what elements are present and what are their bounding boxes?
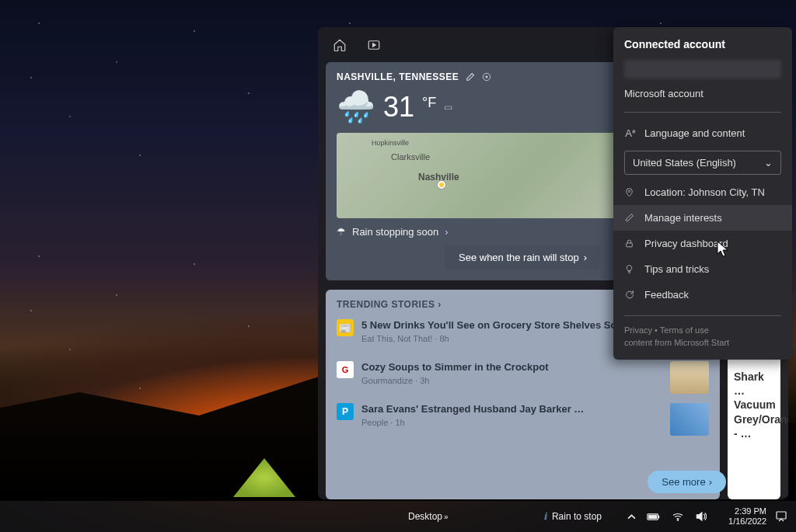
map-city-label: Clarksville — [391, 152, 430, 162]
story-item[interactable]: P Sara Evans' Estranged Husband Jay Bark… — [337, 403, 709, 436]
terms-link[interactable]: Terms of use — [660, 325, 709, 335]
svg-rect-7 — [649, 515, 657, 518]
weather-location: NASHVILLE, TENNESSEE — [337, 71, 459, 82]
story-item[interactable]: G Cozy Soups to Simmer in the Crockpot G… — [337, 361, 709, 394]
chevron-right-icon: › — [709, 476, 712, 488]
see-rain-button[interactable]: See when the rain will stop › — [445, 245, 601, 269]
video-icon[interactable] — [364, 35, 384, 55]
location-pin-icon — [624, 187, 637, 197]
taskview-desktop-button[interactable]: Desktop » — [408, 511, 449, 522]
see-more-button[interactable]: See more › — [648, 471, 726, 493]
svg-rect-9 — [777, 512, 786, 519]
home-icon[interactable] — [330, 35, 350, 55]
manage-interests-row[interactable]: Manage interests — [613, 205, 792, 231]
weather-rain-icon: 🌧️ — [337, 89, 375, 125]
volume-icon[interactable] — [695, 511, 707, 522]
chevron-right-icon: › — [438, 299, 442, 310]
story-source-icon: P — [337, 403, 354, 420]
chevron-icon: » — [444, 513, 449, 521]
content-source: content from Microsoft Start — [613, 336, 792, 349]
language-content-row[interactable]: A* Language and content — [613, 120, 792, 146]
feedback-row[interactable]: Feedback — [613, 282, 792, 308]
battery-icon[interactable] — [647, 513, 661, 521]
map-city-label: Hopkinsville — [372, 139, 409, 147]
mouse-cursor — [717, 241, 729, 258]
pencil-icon — [624, 213, 637, 223]
edit-location-icon[interactable] — [465, 72, 475, 82]
taskbar-clock[interactable]: 2:39 PM 1/16/2022 — [728, 506, 766, 527]
temperature-unit: °F — [422, 95, 436, 111]
lock-icon — [624, 238, 637, 249]
feedback-icon — [624, 290, 637, 300]
location-row[interactable]: Location: Johnson City, TN — [613, 179, 792, 205]
svg-point-4 — [628, 190, 630, 192]
account-name-redacted — [624, 60, 781, 78]
temperature-value: 31 — [383, 91, 414, 123]
language-select[interactable]: United States (English) ⌄ — [624, 151, 781, 175]
chevron-right-icon: › — [584, 252, 587, 263]
notification-center-icon[interactable] — [774, 509, 788, 523]
chevron-right-icon[interactable]: › — [445, 226, 448, 238]
story-thumbnail — [670, 403, 709, 436]
location-target-icon[interactable] — [481, 71, 492, 82]
lightbulb-icon — [624, 264, 637, 274]
settings-menu: Connected account Microsoft account A* L… — [613, 27, 792, 360]
story-thumbnail — [670, 361, 709, 394]
privacy-dashboard-row[interactable]: Privacy dashboard — [613, 231, 792, 256]
system-tray — [627, 511, 707, 522]
taskbar-weather-button[interactable]: ⅈ Rain to stop — [544, 511, 602, 522]
wifi-icon[interactable] — [672, 512, 684, 521]
map-pin-icon — [438, 181, 445, 189]
story-source-icon: 📰 — [337, 319, 354, 336]
svg-point-3 — [486, 76, 487, 78]
tray-expand-icon[interactable] — [627, 513, 636, 521]
rain-status: Rain stopping soon — [352, 226, 438, 238]
account-type[interactable]: Microsoft account — [613, 83, 792, 104]
rain-drop-icon: ⅈ — [544, 511, 547, 522]
chevron-down-icon: ⌄ — [764, 157, 773, 169]
gauge-icon: ▭ — [444, 102, 452, 113]
umbrella-icon: ☂ — [337, 226, 346, 238]
language-icon: A* — [624, 127, 637, 139]
taskbar: Desktop » ⅈ Rain to stop 2:39 PM 1/16/20… — [0, 501, 796, 532]
privacy-link[interactable]: Privacy — [624, 325, 652, 335]
connected-account-title: Connected account — [613, 38, 792, 55]
divider — [624, 112, 781, 113]
divider — [624, 315, 781, 316]
svg-rect-5 — [627, 243, 633, 247]
tips-tricks-row[interactable]: Tips and tricks — [613, 256, 792, 282]
svg-point-8 — [677, 520, 679, 521]
story-source-icon: G — [337, 361, 354, 378]
